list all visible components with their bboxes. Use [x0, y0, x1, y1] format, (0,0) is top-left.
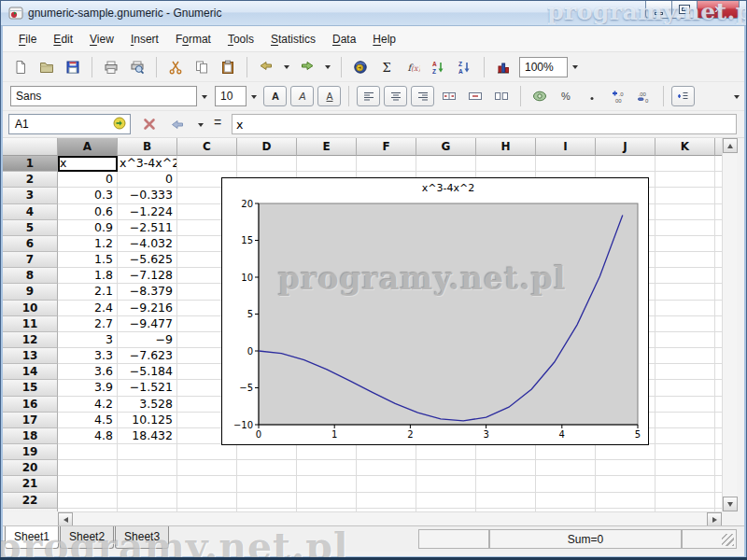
cell-A9[interactable]: 2.1	[58, 284, 118, 300]
tab-sheet3[interactable]: Sheet3	[115, 526, 169, 549]
font-name-combo[interactable]: Sans	[10, 86, 197, 106]
merge-cells-button[interactable]	[462, 85, 488, 107]
column-header-e[interactable]: E	[297, 138, 357, 156]
column-header-i[interactable]: I	[536, 138, 596, 156]
cell-A20[interactable]	[58, 460, 118, 476]
cell-I20[interactable]	[536, 460, 596, 476]
menu-data[interactable]: Data	[324, 26, 364, 51]
accept-dropdown[interactable]	[190, 113, 212, 135]
thousands-separator-button[interactable]	[579, 85, 605, 107]
cell-G22[interactable]	[416, 493, 476, 509]
cell-B7[interactable]: −5.625	[118, 252, 177, 268]
scroll-left-button[interactable]	[58, 512, 73, 526]
bold-button[interactable]: A	[263, 86, 287, 106]
toolbar-overflow-dropdown[interactable]	[729, 86, 744, 106]
cell-C21[interactable]	[177, 476, 237, 492]
cell-B2[interactable]: 0	[118, 172, 177, 188]
scroll-up-button[interactable]	[723, 138, 738, 153]
row-header-12[interactable]: 12	[3, 332, 58, 348]
cell-C22[interactable]	[177, 493, 237, 509]
cell-A13[interactable]: 3.3	[58, 348, 118, 364]
cell-K12[interactable]	[655, 332, 715, 348]
scroll-down-button[interactable]	[723, 497, 738, 511]
row-header-16[interactable]: 16	[3, 397, 58, 413]
format-money-button[interactable]	[527, 85, 553, 107]
row-header-14[interactable]: 14	[3, 364, 58, 380]
cell-K17[interactable]	[655, 413, 715, 428]
cell-B22[interactable]	[118, 493, 177, 509]
row-header-9[interactable]: 9	[3, 284, 58, 300]
row-header-17[interactable]: 17	[3, 413, 58, 428]
row-header-10[interactable]: 10	[3, 301, 58, 316]
cell-D21[interactable]	[237, 476, 297, 492]
cell-B10[interactable]: −9.216	[118, 301, 177, 316]
cell-B16[interactable]: 3.528	[118, 397, 177, 413]
underline-button[interactable]: A	[317, 86, 341, 106]
cell-A12[interactable]: 3	[58, 332, 118, 348]
font-name-dropdown[interactable]	[197, 86, 212, 106]
cell-C20[interactable]	[177, 460, 237, 476]
cell-A6[interactable]: 1.2	[58, 236, 118, 252]
row-header-6[interactable]: 6	[3, 236, 58, 252]
cell-H20[interactable]	[476, 460, 536, 476]
zoom-combo[interactable]: 100%	[519, 57, 568, 77]
redo-dropdown[interactable]	[320, 57, 335, 77]
menu-help[interactable]: Help	[364, 26, 404, 51]
column-header-b[interactable]: B	[118, 138, 177, 156]
cell-B11[interactable]: −9.477	[118, 316, 177, 332]
cell-D19[interactable]	[237, 444, 297, 460]
cell-K6[interactable]	[655, 236, 715, 252]
row-header-22[interactable]: 22	[3, 493, 58, 509]
cell-A4[interactable]: 0.6	[58, 204, 118, 220]
cell-B1[interactable]: x^3-4x^2	[118, 156, 177, 172]
cell-A3[interactable]: 0.3	[58, 188, 118, 203]
horizontal-scrollbar[interactable]	[58, 511, 722, 525]
cell-A11[interactable]: 2.7	[58, 316, 118, 332]
cell-A2[interactable]: 0	[58, 172, 118, 188]
cell-K14[interactable]	[655, 364, 715, 380]
row-header-5[interactable]: 5	[3, 220, 58, 236]
cell-K15[interactable]	[655, 380, 715, 396]
cell-K9[interactable]	[655, 284, 715, 300]
cell-reference-box[interactable]: A1	[8, 114, 131, 134]
cell-G21[interactable]	[416, 476, 476, 492]
horizontal-scroll-track[interactable]	[73, 512, 707, 525]
row-header-1[interactable]: 1	[3, 156, 58, 172]
cell-I21[interactable]	[536, 476, 596, 492]
cell-J19[interactable]	[596, 444, 655, 460]
cell-E19[interactable]	[297, 444, 357, 460]
cell-A21[interactable]	[58, 476, 118, 492]
cell-B9[interactable]: −8.379	[118, 284, 177, 300]
cell-E20[interactable]	[297, 460, 357, 476]
cell-A22[interactable]	[58, 493, 118, 509]
increase-decimals-button[interactable]: .000	[605, 85, 631, 107]
cell-J1[interactable]	[596, 156, 655, 172]
row-header-21[interactable]: 21	[3, 476, 58, 492]
cell-B19[interactable]	[118, 444, 177, 460]
paste-button[interactable]	[215, 56, 241, 78]
column-header-j[interactable]: J	[596, 138, 655, 156]
minimize-button[interactable]	[645, 1, 672, 19]
cell-A8[interactable]: 1.8	[58, 268, 118, 284]
cell-E21[interactable]	[297, 476, 357, 492]
cell-A1[interactable]: x	[58, 156, 118, 172]
cell-B4[interactable]: −1.224	[118, 204, 177, 220]
center-across-button[interactable]	[436, 85, 462, 107]
menu-statistics[interactable]: Statistics	[262, 26, 324, 51]
cell-H22[interactable]	[476, 493, 536, 509]
menu-format[interactable]: Format	[167, 26, 219, 51]
cell-A18[interactable]: 4.8	[58, 428, 118, 444]
increase-indent-button[interactable]	[671, 86, 695, 106]
cell-K20[interactable]	[655, 460, 715, 476]
cell-K19[interactable]	[655, 444, 715, 460]
cut-button[interactable]	[162, 56, 189, 78]
new-button[interactable]	[7, 56, 34, 78]
cell-K5[interactable]	[655, 220, 715, 236]
row-header-18[interactable]: 18	[3, 428, 58, 444]
hyperlink-button[interactable]	[347, 56, 374, 78]
cell-A17[interactable]: 4.5	[58, 413, 118, 428]
cell-F19[interactable]	[357, 444, 416, 460]
save-button[interactable]	[60, 56, 86, 78]
cell-A16[interactable]: 4.2	[58, 397, 118, 413]
column-header-c[interactable]: C	[177, 138, 237, 156]
